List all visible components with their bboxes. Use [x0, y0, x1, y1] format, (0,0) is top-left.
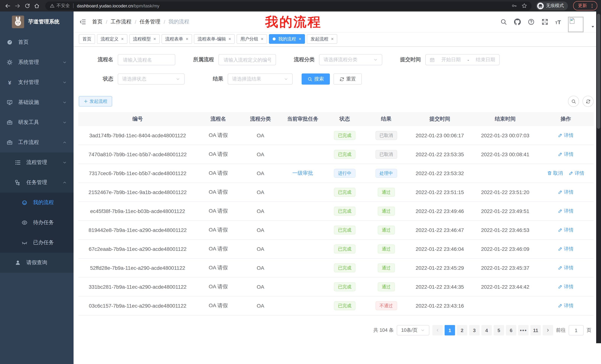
next-page-button[interactable] — [543, 325, 553, 335]
process-name-input[interactable] — [122, 57, 171, 63]
tab-process-form[interactable]: 流程表单× — [161, 34, 192, 44]
page-button-11[interactable]: 11 — [531, 325, 541, 335]
tags-view-bar: 首页 流程定义× 流程模型× 流程表单× 流程表单-编辑× 用户分组× 我的流程… — [74, 33, 601, 47]
chevron-down-icon — [62, 120, 67, 125]
font-size-icon[interactable]: TT — [555, 19, 561, 25]
date-range-separator: - — [468, 57, 469, 63]
app-logo[interactable]: 芋道管理系统 — [0, 11, 74, 32]
tab-home[interactable]: 首页 — [79, 34, 95, 44]
breadcrumb-item[interactable]: 任务管理 — [140, 19, 160, 25]
more-pages-button[interactable]: ●●● — [518, 325, 529, 335]
page-button-3[interactable]: 3 — [469, 325, 480, 335]
goto-page-input[interactable] — [569, 325, 583, 335]
detail-link[interactable]: 详情 — [558, 132, 573, 139]
search-icon[interactable] — [500, 19, 507, 25]
page-button-1[interactable]: 1 — [445, 325, 455, 335]
sidebar-item-task-mgmt[interactable]: 任务管理 — [0, 172, 74, 192]
detail-link[interactable]: 详情 — [558, 151, 573, 158]
end-date-placeholder: 结束日期 — [476, 56, 495, 63]
close-icon[interactable]: × — [261, 37, 263, 41]
sidebar-item-home[interactable]: 首页 — [0, 32, 74, 52]
avatar[interactable] — [568, 17, 583, 32]
col-header-task: 当前审批任务 — [281, 112, 324, 126]
scrollbar-thumb[interactable] — [597, 14, 600, 129]
start-process-button[interactable]: 发起流程 — [79, 96, 112, 106]
sidebar-item-infra[interactable]: 基础设施 — [0, 92, 74, 112]
prev-page-button[interactable] — [432, 325, 443, 335]
back-icon[interactable] — [4, 2, 12, 10]
tab-my-process[interactable]: 我的流程× — [269, 34, 305, 44]
close-icon[interactable]: × — [121, 37, 124, 41]
hide-search-button[interactable] — [568, 96, 579, 107]
page-button-4[interactable]: 4 — [481, 325, 492, 335]
cell-name: OA 请假 — [197, 296, 240, 315]
sidebar-item-process-mgmt[interactable]: 流程管理 — [0, 153, 74, 172]
bookmark-star-icon[interactable] — [521, 3, 527, 9]
refresh-table-button[interactable] — [582, 96, 594, 107]
detail-link[interactable]: 详情 — [558, 246, 573, 252]
page-button-5[interactable]: 5 — [494, 325, 504, 335]
sidebar-item-payment[interactable]: ¥ 支付管理 — [0, 72, 74, 92]
chevron-up-icon — [62, 180, 67, 185]
result-badge: 已取消 — [375, 131, 397, 140]
detail-link[interactable]: 详情 — [558, 189, 573, 196]
category-select[interactable]: 请选择流程分类 — [319, 54, 382, 65]
cancel-link[interactable]: 取消 — [547, 170, 563, 177]
cell-end-time: 2022-01-22 23:46:09 — [472, 239, 538, 259]
password-key-icon[interactable] — [511, 3, 517, 9]
detail-link[interactable]: 详情 — [569, 170, 584, 177]
pagination: 共 104 条 10条/页 1 2 3 4 5 6 ●●● 11 — [74, 315, 601, 335]
sidebar-item-system[interactable]: 系统管理 — [0, 52, 74, 72]
forward-icon[interactable] — [13, 2, 21, 10]
tab-process-model[interactable]: 流程模型× — [129, 34, 160, 44]
status-select[interactable]: 请选择状态 — [118, 74, 185, 85]
sidebar-item-todo-tasks[interactable]: 待办任务 — [0, 213, 74, 233]
tab-process-definition[interactable]: 流程定义× — [97, 34, 127, 44]
reload-icon[interactable] — [23, 2, 31, 10]
close-icon[interactable]: × — [153, 37, 156, 41]
home-icon[interactable] — [33, 2, 41, 10]
detail-link[interactable]: 详情 — [558, 284, 573, 290]
address-bar[interactable]: 不安全 dashboard.yudao.iocoder.cn /bpm/task… — [45, 1, 531, 10]
close-icon[interactable]: × — [299, 37, 301, 41]
sidebar-fold-icon[interactable] — [80, 19, 86, 25]
cell-category: OA — [240, 164, 281, 183]
reset-button[interactable]: 重置 — [334, 74, 362, 85]
breadcrumb-item[interactable]: 工作流程 — [111, 19, 131, 25]
sidebar-item-devtools[interactable]: 研发工具 — [0, 112, 74, 133]
result-select[interactable]: 请选择流结果 — [228, 74, 293, 85]
tab-process-form-edit[interactable]: 流程表单-编辑× — [194, 34, 235, 44]
search-button[interactable]: 搜索 — [302, 74, 330, 85]
page-button-2[interactable]: 2 — [457, 325, 467, 335]
page-button-6[interactable]: 6 — [506, 325, 516, 335]
page-size-select[interactable]: 10条/页 — [397, 325, 429, 335]
detail-link[interactable]: 详情 — [558, 265, 573, 271]
sidebar-item-my-process[interactable]: 我的流程 — [0, 192, 74, 213]
detail-link[interactable]: 详情 — [558, 302, 573, 309]
sidebar-item-leave-query[interactable]: 请假查询 — [0, 253, 74, 273]
window-scrollbar[interactable] — [596, 11, 601, 343]
close-icon[interactable]: × — [331, 37, 334, 41]
kebab-menu-icon[interactable] — [590, 3, 595, 8]
breadcrumb-item[interactable]: 首页 — [92, 19, 102, 25]
close-icon[interactable]: × — [186, 37, 188, 41]
detail-link[interactable]: 详情 — [558, 227, 573, 233]
caret-down-icon[interactable] — [591, 25, 595, 29]
detail-link[interactable]: 详情 — [558, 208, 573, 214]
process-definition-input[interactable] — [223, 57, 271, 63]
help-icon[interactable] — [528, 19, 534, 25]
github-icon[interactable] — [514, 19, 521, 25]
sidebar-item-done-tasks[interactable]: 已办任务 — [0, 233, 74, 253]
close-icon[interactable]: × — [229, 37, 231, 41]
status-filter-label: 状态 — [88, 76, 113, 82]
current-task-link[interactable]: 一级审批 — [292, 170, 313, 176]
tab-user-group[interactable]: 用户分组× — [237, 34, 267, 44]
tab-start-process[interactable]: 发起流程× — [307, 34, 337, 44]
fullscreen-icon[interactable] — [541, 19, 548, 25]
sidebar-item-workflow[interactable]: 工作流程 — [0, 133, 74, 153]
incognito-badge: 无痕模式 — [536, 1, 568, 10]
security-indicator[interactable]: 不安全 — [50, 3, 70, 9]
edit-icon — [558, 209, 563, 213]
date-range-picker[interactable]: 开始日期 - 结束日期 — [425, 54, 500, 65]
chrome-update-button[interactable]: 更新 — [573, 1, 597, 10]
